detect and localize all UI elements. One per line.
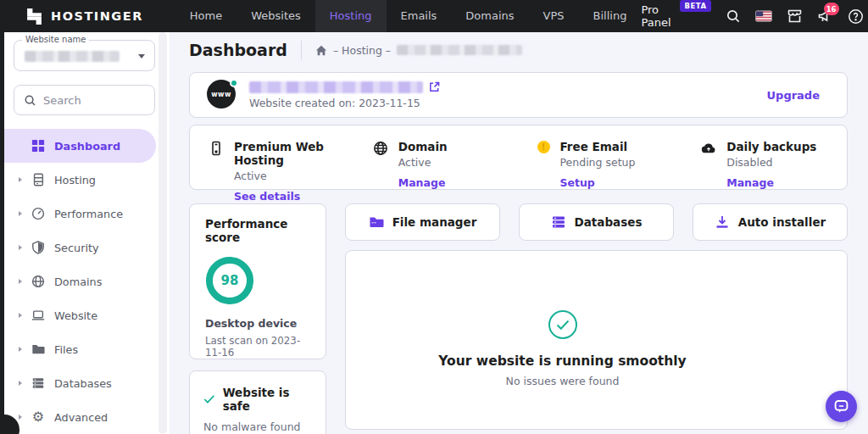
domain-name-redacted [249, 81, 423, 93]
performance-score-card: Performance score 98 Desktop device Last… [189, 203, 326, 359]
sidebar-item-label: Performance [54, 208, 123, 220]
chevron-right-icon [19, 381, 22, 386]
sidebar-item-label: Dashboard [54, 140, 120, 153]
website-safety-card: Website is safe No malware found See det… [189, 370, 326, 434]
status-value: Pending setup [560, 156, 636, 169]
hostinger-logo[interactable]: HOSTINGER [0, 8, 143, 25]
chevron-right-icon [19, 177, 22, 182]
external-link-icon[interactable] [429, 81, 440, 92]
check-icon [203, 394, 215, 404]
notification-count-badge: 16 [824, 3, 839, 15]
status-item-daily-backups: Daily backups Disabled Manage [682, 125, 847, 189]
website-created-text: Website created on: 2023-11-15 [249, 97, 440, 109]
collapsed-dark-rail [0, 32, 4, 434]
advanced-gear-icon: ⚙ [31, 409, 46, 425]
sidebar-search[interactable] [14, 85, 155, 115]
sidebar-item-files[interactable]: Files [0, 332, 170, 366]
quick-action-label: Databases [575, 215, 643, 229]
pro-panel-label: Pro Panel [641, 3, 676, 29]
auto-installer-button[interactable]: Auto installer [693, 203, 848, 241]
search-icon[interactable] [726, 8, 741, 25]
chevron-right-icon [19, 313, 22, 318]
dashboard-icon [31, 138, 46, 153]
nav-item-vps[interactable]: VPS [529, 0, 579, 32]
chevron-right-icon [19, 415, 22, 420]
nav-item-home[interactable]: Home [175, 0, 236, 32]
brand-name: HOSTINGER [51, 9, 143, 23]
setup-link[interactable]: Setup [560, 176, 636, 189]
beta-badge: BETA [680, 0, 710, 12]
sidebar-item-performance[interactable]: Performance [0, 197, 170, 231]
breadcrumb-text[interactable]: – Hosting – [333, 44, 391, 57]
sidebar-item-label: Files [54, 343, 78, 356]
nav-item-hosting[interactable]: Hosting [315, 0, 387, 32]
sidebar-item-website[interactable]: Website [0, 298, 170, 332]
hostinger-hpanel: HOSTINGER Home Websites Hosting Emails D… [0, 0, 868, 434]
manage-link[interactable]: Manage [398, 176, 448, 189]
sidebar: Website name Dashboard [0, 32, 170, 434]
hostinger-logo-icon [25, 8, 43, 25]
home-icon[interactable] [315, 45, 327, 56]
breadcrumb-domain-redacted [397, 45, 522, 55]
sidebar-item-advanced[interactable]: ⚙ Advanced [0, 400, 170, 434]
page-title: Dashboard [189, 41, 287, 59]
pro-panel-link[interactable]: Pro Panel BETA [641, 3, 710, 29]
website-select[interactable]: Website name [14, 40, 155, 71]
quick-action-label: Auto installer [738, 215, 826, 229]
chevron-right-icon [19, 279, 22, 284]
file-manager-folder-icon [369, 214, 384, 230]
store-icon[interactable] [787, 8, 803, 25]
see-details-link[interactable]: See details [234, 190, 348, 203]
nav-item-domains[interactable]: Domains [451, 0, 528, 32]
search-icon [24, 94, 36, 107]
online-status-dot [230, 79, 238, 87]
sidebar-item-databases[interactable]: Databases [0, 366, 170, 400]
language-flag-us[interactable] [755, 8, 772, 25]
quick-action-label: File manager [392, 215, 477, 229]
server-icon [209, 141, 224, 156]
nav-item-billing[interactable]: Billing [579, 0, 642, 32]
download-icon [715, 214, 730, 230]
announcements-icon[interactable]: 16 [817, 8, 833, 25]
databases-stack-icon [551, 214, 566, 230]
globe-icon [373, 141, 388, 156]
status-item-free-email: ! Free Email Pending setup Setup [519, 125, 683, 189]
safety-title: Website is safe [223, 386, 312, 413]
live-chat-button[interactable] [826, 391, 857, 422]
safety-subtitle: No malware found [203, 420, 312, 433]
sidebar-menu: Dashboard Hosting Performance [0, 129, 170, 434]
sidebar-item-label: Databases [54, 377, 112, 390]
search-input[interactable] [43, 94, 136, 107]
sidebar-item-hosting[interactable]: Hosting [0, 163, 170, 197]
chevron-right-icon [19, 245, 22, 250]
chevron-right-icon [19, 347, 22, 352]
databases-button[interactable]: Databases [519, 203, 674, 241]
chevron-down-icon [138, 54, 145, 58]
databases-icon [31, 376, 46, 391]
website-laptop-icon [31, 308, 46, 323]
status-title: Free Email [560, 140, 636, 153]
hosting-icon [31, 172, 46, 187]
domains-globe-icon [31, 274, 46, 289]
sidebar-item-dashboard[interactable]: Dashboard [0, 129, 156, 163]
website-select-label: Website name [22, 35, 89, 44]
nav-item-emails[interactable]: Emails [387, 0, 452, 32]
performance-icon [31, 206, 46, 221]
help-icon[interactable] [848, 8, 864, 25]
page-header: Dashboard – Hosting – [189, 41, 522, 59]
nav-item-websites[interactable]: Websites [236, 0, 315, 32]
status-value: Active [234, 170, 348, 182]
file-manager-button[interactable]: File manager [345, 203, 500, 241]
navbar-right: Pro Panel BETA [641, 3, 868, 29]
cloud-backup-icon [701, 141, 716, 156]
website-select-value-redacted [25, 51, 120, 62]
status-value: Disabled [726, 156, 816, 169]
status-title: Daily backups [726, 140, 816, 153]
sidebar-item-security[interactable]: Security [0, 231, 170, 264]
website-card: www Website created on: 2023-11-15 Upgra… [189, 72, 848, 118]
sidebar-item-domains[interactable]: Domains [0, 264, 170, 298]
upgrade-link[interactable]: Upgrade [767, 89, 820, 102]
status-overview-card: Premium Web Hosting Active See details D… [189, 125, 848, 190]
performance-device: Desktop device [205, 317, 310, 330]
manage-link[interactable]: Manage [726, 176, 816, 189]
